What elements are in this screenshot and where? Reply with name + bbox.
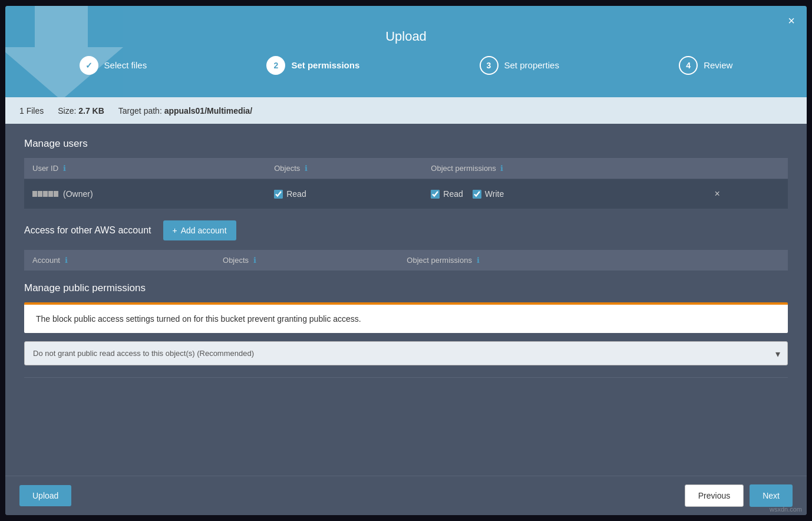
col-acct-obj-perm: Object permissions ℹ — [398, 250, 727, 271]
acct-objects-info-icon[interactable]: ℹ — [253, 256, 256, 265]
perm-write-checkbox[interactable] — [473, 190, 481, 199]
user-id-info-icon[interactable]: ℹ — [63, 164, 66, 173]
manage-users-title: Manage users — [24, 138, 788, 150]
account-info-icon[interactable]: ℹ — [65, 256, 68, 265]
add-account-button[interactable]: + Add account — [163, 220, 236, 240]
modal-overlay: Upload × ✓ Select files 2 Set permission… — [0, 0, 812, 521]
public-access-select[interactable]: Do not grant public read access to this … — [25, 342, 787, 365]
read-objects-checkbox[interactable] — [274, 190, 283, 199]
owner-cell: (Owner) — [24, 179, 266, 209]
step-3-circle: 3 — [480, 56, 499, 75]
perm-read-label: Read — [443, 189, 463, 199]
col-object-permissions: Object permissions ℹ — [422, 158, 704, 179]
step-2: 2 Set permissions — [266, 56, 359, 75]
step-2-label: Set permissions — [291, 60, 359, 70]
accounts-table: Account ℹ Objects ℹ Object permissions ℹ — [24, 250, 788, 271]
modal-title: Upload — [19, 29, 793, 44]
modal-footer: Upload Previous Next — [5, 476, 807, 515]
add-account-btn-label: Add account — [181, 226, 227, 235]
objects-read-cell: Read — [266, 179, 422, 209]
step-4: 4 Review — [679, 56, 732, 75]
col-account: Account ℹ — [24, 250, 214, 271]
col-action — [704, 158, 788, 179]
col-acct-objects: Objects ℹ — [214, 250, 398, 271]
owner-label: (Owner) — [63, 189, 93, 199]
upload-button[interactable]: Upload — [19, 485, 71, 506]
col-objects: Objects ℹ — [266, 158, 422, 179]
manage-public-title: Manage public permissions — [24, 282, 788, 294]
target-path: Target path: appuals01/Multimedia/ — [118, 106, 252, 116]
step-1-label: Select files — [104, 60, 147, 70]
header-bg-icon — [5, 6, 129, 97]
step-3: 3 Set properties — [480, 56, 559, 75]
modal-header: Upload × ✓ Select files 2 Set permission… — [5, 6, 807, 97]
warning-box: The block public access settings turned … — [24, 302, 788, 333]
objects-info-icon[interactable]: ℹ — [305, 164, 308, 173]
perm-write-label: Write — [485, 189, 504, 199]
users-table: User ID ℹ Objects ℹ Object permissions ℹ — [24, 158, 788, 209]
watermark: wsxdn.com — [770, 506, 802, 513]
remove-button[interactable]: × — [712, 186, 722, 202]
plus-icon: + — [173, 226, 177, 235]
col-acct-action — [727, 250, 788, 271]
previous-button[interactable]: Previous — [685, 484, 744, 507]
step-1-circle: ✓ — [80, 56, 98, 75]
info-bar: 1 Files Size: 2.7 KB Target path: appual… — [5, 97, 807, 124]
step-4-label: Review — [704, 60, 732, 70]
remove-cell: × — [704, 179, 788, 209]
footer-right: Previous Next — [685, 484, 793, 507]
col-user-id: User ID ℹ — [24, 158, 266, 179]
add-account-label: Access for other AWS account — [24, 225, 151, 236]
public-access-select-wrapper: Do not grant public read access to this … — [24, 341, 788, 365]
add-account-section: Access for other AWS account + Add accou… — [24, 220, 788, 240]
size-info: Size: 2.7 KB — [58, 106, 104, 116]
owner-avatar — [32, 191, 58, 197]
step-2-circle: 2 — [266, 56, 285, 75]
step-3-label: Set properties — [504, 60, 559, 70]
files-count: 1 Files — [19, 106, 44, 116]
acct-obj-perm-info-icon[interactable]: ℹ — [477, 256, 480, 265]
step-1: ✓ Select files — [80, 56, 147, 75]
permissions-cell: Read Write — [422, 179, 704, 209]
perm-read-checkbox[interactable] — [431, 190, 440, 199]
upload-modal: Upload × ✓ Select files 2 Set permission… — [5, 6, 807, 515]
warning-text: The block public access settings turned … — [36, 314, 776, 324]
steps-bar: ✓ Select files 2 Set permissions 3 Set p… — [19, 56, 793, 75]
divider — [24, 377, 788, 378]
svg-marker-0 — [5, 6, 123, 97]
read-objects-label: Read — [286, 189, 306, 199]
footer-left: Upload — [19, 485, 71, 506]
close-button[interactable]: × — [788, 14, 795, 28]
step-4-circle: 4 — [679, 56, 698, 75]
modal-content: Manage users User ID ℹ Objects ℹ Obje — [5, 124, 807, 476]
next-button[interactable]: Next — [750, 484, 793, 507]
obj-perm-info-icon[interactable]: ℹ — [500, 164, 503, 173]
table-row: (Owner) Read — [24, 179, 788, 209]
